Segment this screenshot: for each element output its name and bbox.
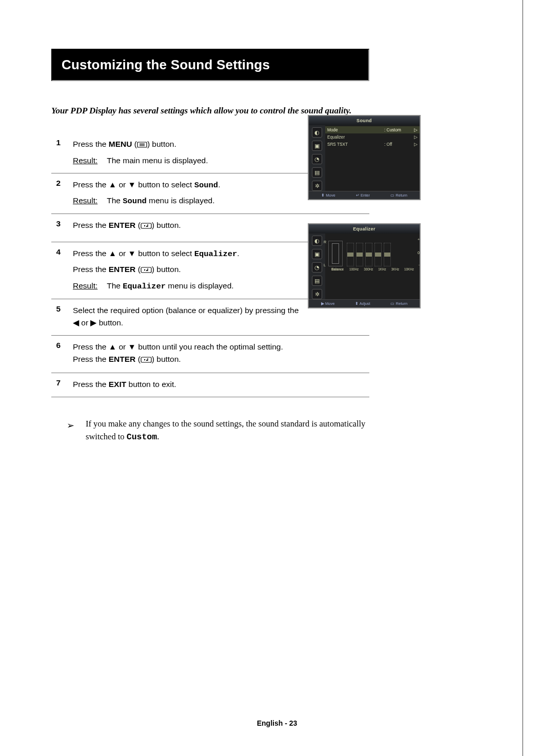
exit-button-label: EXIT xyxy=(109,380,126,389)
eq-bands: + 0 - xyxy=(345,243,417,266)
step-body: Press the MENU () button. Result: The ma… xyxy=(73,138,208,167)
osd-title: Sound xyxy=(309,116,420,125)
text: ) button. xyxy=(147,140,176,148)
manual-page: Customizing the Sound Settings Your PDP … xyxy=(0,0,554,756)
text: button. xyxy=(96,318,123,327)
sound-target: Sound xyxy=(123,197,147,206)
setup-icon: ✲ xyxy=(312,289,322,299)
step-instruction: Press the EXIT button to exit. xyxy=(73,378,176,391)
osd-label: SRS TSXT xyxy=(327,142,384,147)
equalizer-target: Equalizer xyxy=(194,249,238,259)
text: Press the xyxy=(73,180,109,189)
text: ( xyxy=(135,221,140,229)
eq-label: 3KHz xyxy=(391,267,399,271)
svg-point-7 xyxy=(144,269,145,270)
step-number: 4 xyxy=(51,247,61,257)
step-number: 1 xyxy=(51,138,61,147)
osd-row-srs: SRS TSXT : Off ▷ xyxy=(325,141,420,148)
eq-band-100hz xyxy=(347,243,354,266)
eq-label: 10KHz xyxy=(404,267,414,271)
eq-knob xyxy=(384,253,390,257)
step-body: Press the EXIT button to exit. xyxy=(73,378,176,391)
osd-body: ◐ ▣ ◔ ▤ ✲ Mode : Custom ▷ Equalizer xyxy=(309,125,420,191)
osd-eq-main: R L + 0 - xyxy=(325,234,420,299)
text: ( xyxy=(135,265,140,274)
osd-hint-enter: ↵ Enter xyxy=(356,193,370,198)
custom-target: Custom xyxy=(127,432,157,442)
down-arrow-icon: ▼ xyxy=(128,342,136,351)
note-arrow-icon: ➢ xyxy=(67,418,74,444)
step-7: 7 Press the EXIT button to exit. xyxy=(51,373,369,397)
sound-icon: ▣ xyxy=(312,141,322,151)
step-result: Result: The Equalizer menu is displayed. xyxy=(73,280,240,293)
step-number: 3 xyxy=(51,219,61,228)
eq-band-300hz xyxy=(356,243,363,266)
result-label: Result: xyxy=(73,195,97,207)
menu-button-label: MENU xyxy=(109,140,132,148)
eq-slider-area: R L + 0 - xyxy=(328,238,417,266)
eq-knob xyxy=(366,253,372,257)
result-label: Result: xyxy=(73,280,97,293)
balance-l-label: L xyxy=(324,263,326,267)
eq-band-10khz xyxy=(384,243,391,266)
up-arrow-icon: ▲ xyxy=(109,342,116,351)
up-arrow-icon: ▲ xyxy=(109,249,116,258)
step-body: Press the ▲ or ▼ button until you reach … xyxy=(73,341,283,366)
page-footer: English - 23 xyxy=(0,719,554,727)
osd-body: ◐ ▣ ◔ ▤ ✲ R L + 0 xyxy=(309,234,420,299)
text: Press the xyxy=(73,221,109,229)
left-arrow-icon: ◀ xyxy=(73,318,79,327)
text: menu is displayed. xyxy=(166,281,234,290)
svg-point-5 xyxy=(144,225,145,226)
enter-button-label: ENTER xyxy=(109,265,136,274)
step-body: Press the ▲ or ▼ button to select Sound.… xyxy=(73,179,220,207)
eq-band-3khz xyxy=(374,243,382,266)
note-text: If you make any changes to the sound set… xyxy=(86,418,369,444)
osd-label: Mode xyxy=(327,128,384,132)
note-block: ➢ If you make any changes to the sound s… xyxy=(51,418,369,444)
osd-equalizer-menu: Equalizer ◐ ▣ ◔ ▤ ✲ R L xyxy=(308,223,421,308)
page-margin-rule xyxy=(522,0,523,756)
balance-r-label: R xyxy=(324,240,326,244)
balance-track xyxy=(332,243,339,264)
sound-target: Sound xyxy=(194,181,219,190)
down-arrow-icon: ▼ xyxy=(128,249,136,258)
osd-value: : Custom xyxy=(384,128,414,132)
menu-icon xyxy=(137,139,147,151)
page-title: Customizing the Sound Settings xyxy=(52,50,368,80)
text: ) button. xyxy=(152,265,181,274)
step-body: Select the required option (balance or e… xyxy=(73,304,299,329)
text: menu is displayed. xyxy=(147,196,215,205)
step-instruction: Press the ENTER () button. xyxy=(73,219,181,232)
step-number: 7 xyxy=(51,378,61,387)
text: ) button. xyxy=(152,355,181,363)
svg-rect-8 xyxy=(141,357,151,362)
osd-label: Equalizer xyxy=(327,135,384,140)
osd-hint-return: ▭ Return xyxy=(390,301,407,306)
osd-row-mode: Mode : Custom ▷ xyxy=(325,126,420,133)
text: button to select xyxy=(136,180,194,189)
step-instruction: Press the MENU () button. xyxy=(73,138,208,151)
text: button to select xyxy=(136,249,194,258)
step-number: 2 xyxy=(51,179,61,188)
step-6: 6 Press the ▲ or ▼ button until you reac… xyxy=(51,336,369,373)
right-arrow-icon: ▶ xyxy=(90,318,96,327)
sound-icon: ▣ xyxy=(312,249,322,259)
text: ( xyxy=(135,355,140,363)
eq-band-label-row: 100Hz 300Hz 1KHz 3KHz 10KHz xyxy=(347,267,417,271)
text: ) button. xyxy=(152,221,181,229)
svg-rect-6 xyxy=(141,267,151,273)
text: The xyxy=(107,196,123,205)
eq-knob xyxy=(347,253,353,257)
osd-footer: ⬍ Move ↵ Enter ▭ Return xyxy=(309,191,420,199)
timer-icon: ◔ xyxy=(312,154,322,164)
enter-icon xyxy=(141,220,152,232)
step-instruction: Select the required option (balance or e… xyxy=(73,304,299,329)
step-result: Result: The main menu is displayed. xyxy=(73,154,208,167)
enter-icon xyxy=(141,264,152,277)
eq-scale-minus: - xyxy=(419,263,420,266)
eq-scale-plus: + xyxy=(418,238,420,241)
svg-rect-4 xyxy=(141,223,151,228)
eq-label: 300Hz xyxy=(364,267,373,271)
equalizer-target: Equalizer xyxy=(123,282,166,291)
